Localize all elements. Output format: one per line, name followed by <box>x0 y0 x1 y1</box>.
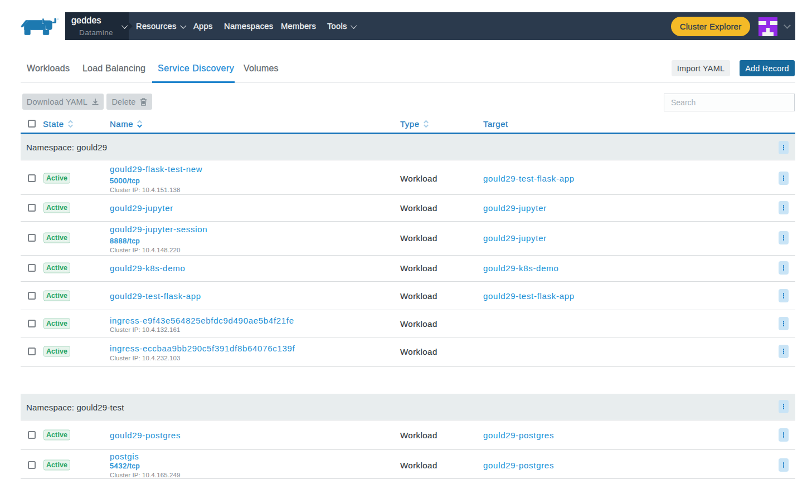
svg-text:®: ® <box>57 18 59 21</box>
